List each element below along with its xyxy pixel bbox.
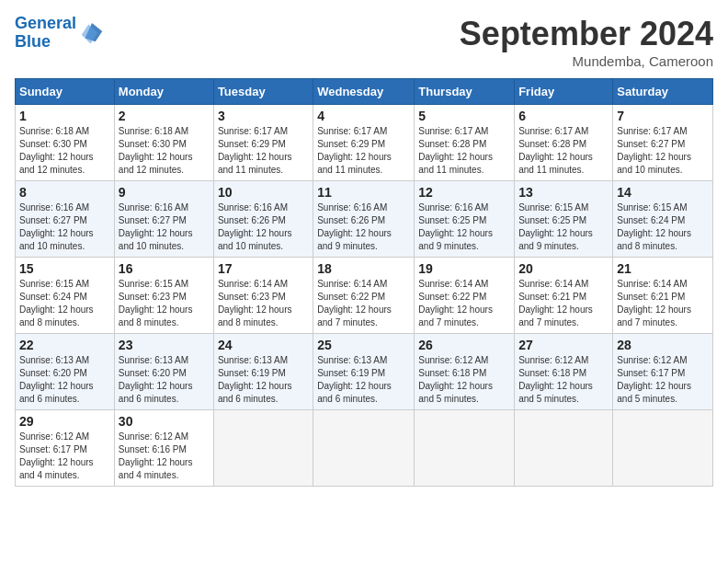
day-number: 4 <box>317 109 410 123</box>
col-friday: Friday <box>515 79 613 105</box>
table-row: 25Sunrise: 6:13 AM Sunset: 6:19 PM Dayli… <box>313 334 415 410</box>
day-number: 28 <box>617 338 709 352</box>
calendar-table: Sunday Monday Tuesday Wednesday Thursday… <box>15 78 713 487</box>
day-info: Sunrise: 6:15 AM Sunset: 6:24 PM Dayligh… <box>19 278 110 329</box>
day-number: 18 <box>317 261 410 276</box>
header-row: Sunday Monday Tuesday Wednesday Thursday… <box>16 79 713 105</box>
day-info: Sunrise: 6:15 AM Sunset: 6:25 PM Dayligh… <box>518 201 609 253</box>
table-row: 9Sunrise: 6:16 AM Sunset: 6:27 PM Daylig… <box>114 181 213 258</box>
location: Mundemba, Cameroon <box>460 53 713 69</box>
table-row: 6Sunrise: 6:17 AM Sunset: 6:28 PM Daylig… <box>515 105 613 181</box>
table-row: 17Sunrise: 6:14 AM Sunset: 6:23 PM Dayli… <box>213 258 313 334</box>
day-info: Sunrise: 6:13 AM Sunset: 6:19 PM Dayligh… <box>317 354 410 406</box>
day-info: Sunrise: 6:12 AM Sunset: 6:18 PM Dayligh… <box>518 354 609 406</box>
table-row: 12Sunrise: 6:16 AM Sunset: 6:25 PM Dayli… <box>415 181 515 258</box>
table-row <box>515 410 613 487</box>
table-row: 20Sunrise: 6:14 AM Sunset: 6:21 PM Dayli… <box>515 258 613 334</box>
col-thursday: Thursday <box>415 79 515 105</box>
day-number: 5 <box>418 109 510 123</box>
logo: General Blue <box>15 15 106 52</box>
table-row: 14Sunrise: 6:15 AM Sunset: 6:24 PM Dayli… <box>613 181 713 258</box>
month-title: September 2024 <box>460 15 713 53</box>
table-row <box>613 410 713 487</box>
table-row: 4Sunrise: 6:17 AM Sunset: 6:29 PM Daylig… <box>313 105 415 181</box>
day-number: 22 <box>19 338 110 352</box>
day-number: 27 <box>518 338 609 352</box>
table-row: 8Sunrise: 6:16 AM Sunset: 6:27 PM Daylig… <box>16 181 115 258</box>
day-info: Sunrise: 6:14 AM Sunset: 6:21 PM Dayligh… <box>617 278 709 329</box>
day-number: 25 <box>317 338 410 352</box>
day-number: 3 <box>218 109 309 123</box>
day-number: 19 <box>418 261 510 276</box>
day-info: Sunrise: 6:17 AM Sunset: 6:28 PM Dayligh… <box>518 125 609 177</box>
col-wednesday: Wednesday <box>313 79 415 105</box>
table-row: 21Sunrise: 6:14 AM Sunset: 6:21 PM Dayli… <box>613 258 713 334</box>
table-row: 10Sunrise: 6:16 AM Sunset: 6:26 PM Dayli… <box>213 181 313 258</box>
day-number: 30 <box>119 414 210 429</box>
day-info: Sunrise: 6:17 AM Sunset: 6:27 PM Dayligh… <box>617 125 709 177</box>
day-number: 8 <box>19 185 110 200</box>
calendar-week-1: 1Sunrise: 6:18 AM Sunset: 6:30 PM Daylig… <box>16 105 713 181</box>
table-row: 18Sunrise: 6:14 AM Sunset: 6:22 PM Dayli… <box>313 258 415 334</box>
table-row: 5Sunrise: 6:17 AM Sunset: 6:28 PM Daylig… <box>415 105 515 181</box>
day-info: Sunrise: 6:15 AM Sunset: 6:24 PM Dayligh… <box>617 201 709 253</box>
table-row: 29Sunrise: 6:12 AM Sunset: 6:17 PM Dayli… <box>16 410 115 487</box>
day-info: Sunrise: 6:14 AM Sunset: 6:22 PM Dayligh… <box>418 278 510 329</box>
day-number: 21 <box>617 261 709 276</box>
table-row: 7Sunrise: 6:17 AM Sunset: 6:27 PM Daylig… <box>613 105 713 181</box>
day-number: 9 <box>119 185 210 200</box>
day-info: Sunrise: 6:12 AM Sunset: 6:18 PM Dayligh… <box>418 354 510 406</box>
day-info: Sunrise: 6:16 AM Sunset: 6:25 PM Dayligh… <box>418 201 510 253</box>
day-number: 13 <box>518 185 609 200</box>
day-number: 1 <box>19 109 110 123</box>
day-info: Sunrise: 6:13 AM Sunset: 6:20 PM Dayligh… <box>19 354 110 406</box>
day-info: Sunrise: 6:16 AM Sunset: 6:26 PM Dayligh… <box>317 201 410 253</box>
day-info: Sunrise: 6:17 AM Sunset: 6:29 PM Dayligh… <box>317 125 410 177</box>
table-row: 22Sunrise: 6:13 AM Sunset: 6:20 PM Dayli… <box>16 334 115 410</box>
table-row: 30Sunrise: 6:12 AM Sunset: 6:16 PM Dayli… <box>114 410 213 487</box>
table-row: 23Sunrise: 6:13 AM Sunset: 6:20 PM Dayli… <box>114 334 213 410</box>
col-monday: Monday <box>114 79 213 105</box>
day-number: 14 <box>617 185 709 200</box>
day-info: Sunrise: 6:15 AM Sunset: 6:23 PM Dayligh… <box>119 278 210 329</box>
day-info: Sunrise: 6:17 AM Sunset: 6:29 PM Dayligh… <box>218 125 309 177</box>
day-info: Sunrise: 6:17 AM Sunset: 6:28 PM Dayligh… <box>418 125 510 177</box>
table-row: 26Sunrise: 6:12 AM Sunset: 6:18 PM Dayli… <box>415 334 515 410</box>
day-number: 17 <box>218 261 309 276</box>
day-info: Sunrise: 6:12 AM Sunset: 6:17 PM Dayligh… <box>617 354 709 406</box>
title-block: September 2024 Mundemba, Cameroon <box>460 15 713 69</box>
calendar-week-2: 8Sunrise: 6:16 AM Sunset: 6:27 PM Daylig… <box>16 181 713 258</box>
table-row: 24Sunrise: 6:13 AM Sunset: 6:19 PM Dayli… <box>213 334 313 410</box>
table-row <box>415 410 515 487</box>
day-info: Sunrise: 6:18 AM Sunset: 6:30 PM Dayligh… <box>119 125 210 177</box>
day-number: 2 <box>119 109 210 123</box>
day-number: 10 <box>218 185 309 200</box>
calendar-week-3: 15Sunrise: 6:15 AM Sunset: 6:24 PM Dayli… <box>16 258 713 334</box>
col-tuesday: Tuesday <box>213 79 313 105</box>
table-row: 11Sunrise: 6:16 AM Sunset: 6:26 PM Dayli… <box>313 181 415 258</box>
table-row: 16Sunrise: 6:15 AM Sunset: 6:23 PM Dayli… <box>114 258 213 334</box>
logo-icon <box>78 17 106 45</box>
day-info: Sunrise: 6:12 AM Sunset: 6:16 PM Dayligh… <box>119 431 210 482</box>
day-info: Sunrise: 6:18 AM Sunset: 6:30 PM Dayligh… <box>19 125 110 177</box>
table-row: 3Sunrise: 6:17 AM Sunset: 6:29 PM Daylig… <box>213 105 313 181</box>
table-row: 27Sunrise: 6:12 AM Sunset: 6:18 PM Dayli… <box>515 334 613 410</box>
table-row: 1Sunrise: 6:18 AM Sunset: 6:30 PM Daylig… <box>16 105 115 181</box>
day-number: 7 <box>617 109 709 123</box>
day-info: Sunrise: 6:16 AM Sunset: 6:26 PM Dayligh… <box>218 201 309 253</box>
col-sunday: Sunday <box>16 79 115 105</box>
day-number: 24 <box>218 338 309 352</box>
day-info: Sunrise: 6:16 AM Sunset: 6:27 PM Dayligh… <box>19 201 110 253</box>
page-header: General Blue September 2024 Mundemba, Ca… <box>15 15 713 69</box>
calendar-week-4: 22Sunrise: 6:13 AM Sunset: 6:20 PM Dayli… <box>16 334 713 410</box>
day-number: 12 <box>418 185 510 200</box>
col-saturday: Saturday <box>613 79 713 105</box>
table-row: 13Sunrise: 6:15 AM Sunset: 6:25 PM Dayli… <box>515 181 613 258</box>
day-number: 23 <box>119 338 210 352</box>
day-number: 16 <box>119 261 210 276</box>
day-info: Sunrise: 6:14 AM Sunset: 6:23 PM Dayligh… <box>218 278 309 329</box>
calendar-week-5: 29Sunrise: 6:12 AM Sunset: 6:17 PM Dayli… <box>16 410 713 487</box>
table-row: 2Sunrise: 6:18 AM Sunset: 6:30 PM Daylig… <box>114 105 213 181</box>
logo-text: General Blue <box>15 15 76 52</box>
day-info: Sunrise: 6:14 AM Sunset: 6:21 PM Dayligh… <box>518 278 609 329</box>
